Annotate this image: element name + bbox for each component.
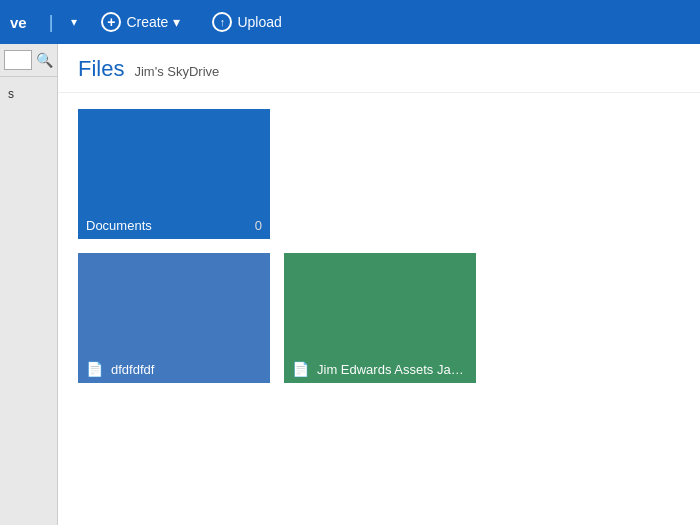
files-grid: Documents 0 📄 dfdfdfdf 📄 (58, 93, 700, 399)
page-title: Files (78, 56, 124, 82)
spreadsheet-icon: 📄 (86, 361, 103, 377)
spreadsheet2-tile[interactable]: 📄 Jim Edwards Assets Jan 2011 (284, 253, 476, 383)
spreadsheet-icon: 📄 (292, 361, 309, 377)
folder-name: Documents (86, 218, 251, 233)
content-area: Files Jim's SkyDrive Documents 0 (58, 44, 700, 525)
spreadsheet1-name: dfdfdfdf (111, 362, 262, 377)
create-label: Create (126, 14, 168, 30)
search-icon[interactable]: 🔍 (36, 52, 53, 68)
page-subtitle: Jim's SkyDrive (134, 64, 219, 79)
tile-label: 📄 Jim Edwards Assets Jan 2011 (284, 355, 476, 383)
spreadsheet2-name: Jim Edwards Assets Jan 2011 (317, 362, 468, 377)
sidebar-nav-item[interactable]: s (0, 77, 57, 111)
create-chevron-icon: ▾ (173, 14, 180, 30)
nav-chevron-icon[interactable]: ▾ (71, 15, 77, 29)
files-row-1: Documents 0 (78, 109, 680, 239)
spreadsheet1-tile[interactable]: 📄 dfdfdfdf (78, 253, 270, 383)
files-row-2: 📄 dfdfdfdf 📄 Jim Edwards Assets Jan 2011 (78, 253, 680, 383)
tile-label: 📄 dfdfdfdf (78, 355, 270, 383)
sidebar: 🔍 s (0, 44, 58, 525)
create-button[interactable]: + Create ▾ (93, 8, 188, 36)
upload-label: Upload (237, 14, 281, 30)
tile-label: Documents 0 (78, 212, 270, 239)
documents-folder-tile[interactable]: Documents 0 (78, 109, 270, 239)
main-layout: 🔍 s Files Jim's SkyDrive Documents 0 (0, 44, 700, 525)
sidebar-search-area: 🔍 (0, 44, 57, 77)
search-input[interactable] (4, 50, 32, 70)
upload-button[interactable]: ↑ Upload (204, 8, 289, 36)
top-navigation-bar: ve | ▾ + Create ▾ ↑ Upload (0, 0, 700, 44)
app-logo-text: ve (10, 14, 27, 31)
upload-icon: ↑ (212, 12, 232, 32)
content-header: Files Jim's SkyDrive (58, 44, 700, 93)
create-icon: + (101, 12, 121, 32)
divider: | (49, 12, 54, 33)
folder-count: 0 (255, 218, 262, 233)
